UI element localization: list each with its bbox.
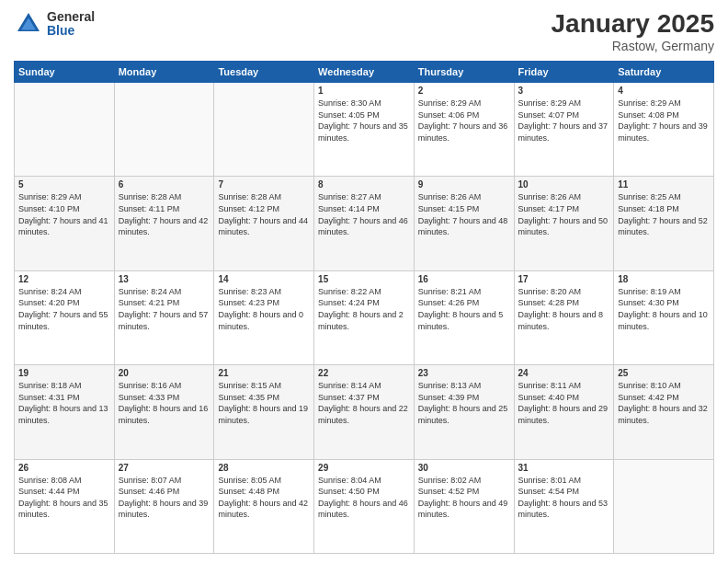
calendar-cell: 10Sunrise: 8:26 AMSunset: 4:17 PMDayligh… — [514, 177, 614, 270]
calendar-cell: 19Sunrise: 8:18 AMSunset: 4:31 PMDayligh… — [15, 365, 115, 459]
day-info: Sunrise: 8:28 AMSunset: 4:11 PMDaylight:… — [119, 191, 210, 237]
weekday-header: Wednesday — [314, 62, 415, 83]
weekday-header: Monday — [114, 62, 214, 83]
day-number: 11 — [618, 179, 710, 190]
day-number: 16 — [418, 274, 510, 284]
day-info: Sunrise: 8:08 AMSunset: 4:44 PMDaylight:… — [18, 475, 110, 521]
calendar-cell: 13Sunrise: 8:24 AMSunset: 4:21 PMDayligh… — [114, 270, 214, 364]
day-number: 7 — [218, 179, 310, 190]
calendar-cell: 5Sunrise: 8:29 AMSunset: 4:10 PMDaylight… — [15, 177, 115, 270]
calendar-cell: 16Sunrise: 8:21 AMSunset: 4:26 PMDayligh… — [414, 270, 514, 364]
calendar-cell — [15, 83, 115, 177]
calendar-cell: 29Sunrise: 8:04 AMSunset: 4:50 PMDayligh… — [314, 459, 415, 553]
header: General Blue January 2025 Rastow, German… — [14, 9, 714, 53]
day-info: Sunrise: 8:04 AMSunset: 4:50 PMDaylight:… — [318, 475, 410, 521]
day-number: 6 — [119, 179, 210, 190]
calendar-cell: 30Sunrise: 8:02 AMSunset: 4:52 PMDayligh… — [414, 459, 514, 553]
day-number: 9 — [418, 179, 510, 190]
day-info: Sunrise: 8:19 AMSunset: 4:30 PMDaylight:… — [618, 286, 710, 332]
calendar-cell: 17Sunrise: 8:20 AMSunset: 4:28 PMDayligh… — [514, 270, 614, 364]
weekday-header: Thursday — [414, 62, 514, 83]
calendar-cell: 31Sunrise: 8:01 AMSunset: 4:54 PMDayligh… — [514, 459, 614, 553]
day-number: 29 — [318, 463, 410, 473]
calendar-cell: 6Sunrise: 8:28 AMSunset: 4:11 PMDaylight… — [114, 177, 214, 270]
calendar-cell — [214, 83, 314, 177]
calendar-cell — [114, 83, 214, 177]
day-number: 24 — [518, 368, 610, 378]
weekday-header-row: SundayMondayTuesdayWednesdayThursdayFrid… — [15, 62, 714, 83]
day-info: Sunrise: 8:29 AMSunset: 4:10 PMDaylight:… — [18, 191, 110, 237]
logo: General Blue — [14, 9, 95, 39]
day-info: Sunrise: 8:20 AMSunset: 4:28 PMDaylight:… — [518, 286, 610, 332]
calendar-week-row: 1Sunrise: 8:30 AMSunset: 4:05 PMDaylight… — [15, 83, 714, 177]
calendar-cell — [614, 459, 714, 553]
calendar-table: SundayMondayTuesdayWednesdayThursdayFrid… — [14, 61, 714, 554]
calendar-cell: 24Sunrise: 8:11 AMSunset: 4:40 PMDayligh… — [514, 365, 614, 459]
day-info: Sunrise: 8:16 AMSunset: 4:33 PMDaylight:… — [119, 380, 210, 426]
day-number: 1 — [318, 86, 410, 96]
day-number: 28 — [218, 463, 310, 473]
day-info: Sunrise: 8:07 AMSunset: 4:46 PMDaylight:… — [119, 475, 210, 521]
calendar-cell: 22Sunrise: 8:14 AMSunset: 4:37 PMDayligh… — [314, 365, 415, 459]
day-info: Sunrise: 8:18 AMSunset: 4:31 PMDaylight:… — [18, 380, 110, 426]
day-info: Sunrise: 8:29 AMSunset: 4:07 PMDaylight:… — [518, 98, 610, 144]
calendar-cell: 23Sunrise: 8:13 AMSunset: 4:39 PMDayligh… — [414, 365, 514, 459]
calendar-cell: 1Sunrise: 8:30 AMSunset: 4:05 PMDaylight… — [314, 83, 415, 177]
day-number: 30 — [418, 463, 510, 473]
day-info: Sunrise: 8:28 AMSunset: 4:12 PMDaylight:… — [218, 191, 310, 237]
day-number: 19 — [18, 368, 110, 378]
day-number: 26 — [18, 463, 110, 473]
calendar-cell: 18Sunrise: 8:19 AMSunset: 4:30 PMDayligh… — [614, 270, 714, 364]
calendar-week-row: 12Sunrise: 8:24 AMSunset: 4:20 PMDayligh… — [15, 270, 714, 364]
day-number: 22 — [318, 368, 410, 378]
calendar-cell: 14Sunrise: 8:23 AMSunset: 4:23 PMDayligh… — [214, 270, 314, 364]
day-number: 3 — [518, 86, 610, 96]
day-number: 13 — [119, 274, 210, 284]
day-number: 5 — [18, 179, 110, 190]
calendar-cell: 20Sunrise: 8:16 AMSunset: 4:33 PMDayligh… — [114, 365, 214, 459]
day-info: Sunrise: 8:27 AMSunset: 4:14 PMDaylight:… — [318, 191, 410, 237]
calendar-cell: 21Sunrise: 8:15 AMSunset: 4:35 PMDayligh… — [214, 365, 314, 459]
calendar-cell: 12Sunrise: 8:24 AMSunset: 4:20 PMDayligh… — [15, 270, 115, 364]
day-info: Sunrise: 8:23 AMSunset: 4:23 PMDaylight:… — [218, 286, 310, 332]
calendar-cell: 7Sunrise: 8:28 AMSunset: 4:12 PMDaylight… — [214, 177, 314, 270]
calendar-week-row: 19Sunrise: 8:18 AMSunset: 4:31 PMDayligh… — [15, 365, 714, 459]
day-info: Sunrise: 8:01 AMSunset: 4:54 PMDaylight:… — [518, 475, 610, 521]
weekday-header: Friday — [514, 62, 614, 83]
calendar-cell: 15Sunrise: 8:22 AMSunset: 4:24 PMDayligh… — [314, 270, 415, 364]
weekday-header: Sunday — [15, 62, 115, 83]
calendar-week-row: 5Sunrise: 8:29 AMSunset: 4:10 PMDaylight… — [15, 177, 714, 270]
day-number: 23 — [418, 368, 510, 378]
logo-general-text: General — [47, 10, 95, 24]
calendar-cell: 9Sunrise: 8:26 AMSunset: 4:15 PMDaylight… — [414, 177, 514, 270]
day-number: 2 — [418, 86, 510, 96]
day-number: 27 — [119, 463, 210, 473]
title-block: January 2025 Rastow, Germany — [552, 9, 714, 53]
day-number: 12 — [18, 274, 110, 284]
page: General Blue January 2025 Rastow, German… — [0, 0, 728, 563]
calendar-cell: 3Sunrise: 8:29 AMSunset: 4:07 PMDaylight… — [514, 83, 614, 177]
day-info: Sunrise: 8:05 AMSunset: 4:48 PMDaylight:… — [218, 475, 310, 521]
day-number: 17 — [518, 274, 610, 284]
day-number: 20 — [119, 368, 210, 378]
logo-icon — [14, 9, 43, 39]
day-info: Sunrise: 8:26 AMSunset: 4:15 PMDaylight:… — [418, 191, 510, 237]
calendar-cell: 27Sunrise: 8:07 AMSunset: 4:46 PMDayligh… — [114, 459, 214, 553]
day-number: 10 — [518, 179, 610, 190]
logo-text: General Blue — [47, 10, 95, 39]
day-info: Sunrise: 8:26 AMSunset: 4:17 PMDaylight:… — [518, 191, 610, 237]
calendar-cell: 26Sunrise: 8:08 AMSunset: 4:44 PMDayligh… — [15, 459, 115, 553]
calendar-cell: 2Sunrise: 8:29 AMSunset: 4:06 PMDaylight… — [414, 83, 514, 177]
day-info: Sunrise: 8:02 AMSunset: 4:52 PMDaylight:… — [418, 475, 510, 521]
day-info: Sunrise: 8:24 AMSunset: 4:20 PMDaylight:… — [18, 286, 110, 332]
day-number: 15 — [318, 274, 410, 284]
day-info: Sunrise: 8:14 AMSunset: 4:37 PMDaylight:… — [318, 380, 410, 426]
main-title: January 2025 — [552, 9, 714, 39]
calendar-cell: 4Sunrise: 8:29 AMSunset: 4:08 PMDaylight… — [614, 83, 714, 177]
logo-blue-text: Blue — [47, 24, 95, 38]
day-info: Sunrise: 8:30 AMSunset: 4:05 PMDaylight:… — [318, 98, 410, 144]
day-info: Sunrise: 8:13 AMSunset: 4:39 PMDaylight:… — [418, 380, 510, 426]
subtitle: Rastow, Germany — [552, 39, 714, 53]
day-number: 14 — [218, 274, 310, 284]
day-info: Sunrise: 8:29 AMSunset: 4:08 PMDaylight:… — [618, 98, 710, 144]
